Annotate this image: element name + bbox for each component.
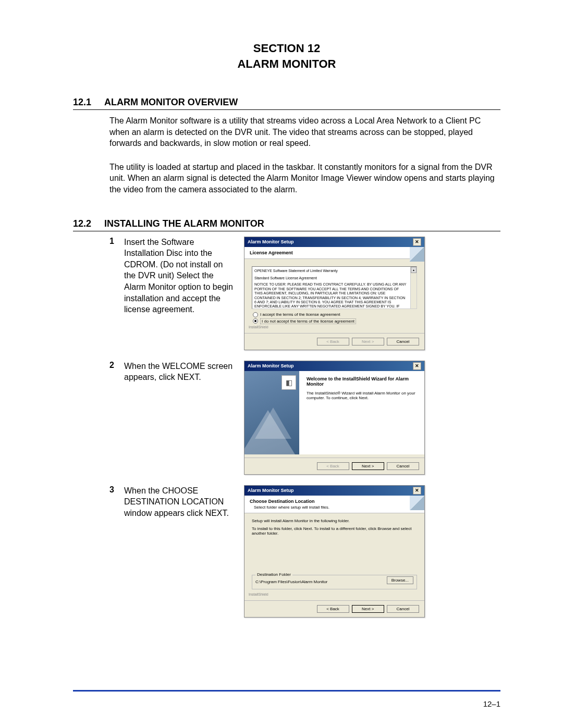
radio-reject-label: I do not accept the terms of the license…: [260, 318, 356, 324]
cancel-button[interactable]: Cancel: [387, 605, 419, 613]
window-title: Alarm Monitor Setup: [248, 488, 294, 493]
cancel-button[interactable]: Cancel: [387, 338, 419, 346]
step-number: 2: [109, 361, 124, 370]
close-icon[interactable]: ✕: [413, 487, 421, 495]
welcome-side-graphic: ◧: [244, 371, 299, 454]
back-button[interactable]: < Back: [317, 338, 349, 346]
radio-accept-label: I accept the terms of the license agreem…: [260, 312, 340, 317]
back-button[interactable]: < Back: [317, 462, 349, 470]
step-number: 1: [109, 237, 124, 246]
page-number: 12–1: [483, 699, 500, 708]
heading-number: 12.1: [73, 97, 104, 108]
heading-text: ALARM MONITOR OVERVIEW: [104, 97, 238, 108]
browse-button[interactable]: Browse...: [387, 576, 413, 584]
close-icon[interactable]: ✕: [413, 238, 421, 246]
panel-header: License Agreement: [244, 247, 424, 259]
step-text: Insert the Software Installation Disc in…: [124, 237, 234, 315]
panel-title: Choose Destination Location: [250, 499, 329, 504]
radio-reject[interactable]: I do not accept the terms of the license…: [253, 318, 416, 324]
titlebar: Alarm Monitor Setup ✕: [244, 486, 424, 496]
step-text: When the CHOOSE DESTINATION LOCATION win…: [124, 485, 234, 519]
radio-icon: [253, 312, 258, 317]
footer-rule: [73, 690, 500, 692]
install-steps: 1 Insert the Software Installation Disc …: [109, 237, 500, 618]
welcome-body: ◧ Welcome to the InstallShield Wizard fo…: [244, 371, 424, 454]
installshield-brand: InstallShield: [244, 325, 424, 330]
panel-subtitle: Select folder where setup will install f…: [254, 505, 329, 510]
page-curl-icon: [410, 247, 424, 262]
document-page: SECTION 12 ALARM MONITOR 12.1 ALARM MONI…: [0, 0, 563, 728]
cancel-button[interactable]: Cancel: [387, 462, 419, 470]
button-bar: < Back Next > Cancel: [244, 600, 424, 617]
license-body: NOTICE TO USER: PLEASE READ THIS CONTRAC…: [254, 282, 407, 309]
license-sub: Standard Software License Agreement: [254, 276, 407, 280]
scrollbar[interactable]: ▴: [410, 267, 417, 309]
radio-icon: [253, 318, 258, 324]
destination-body: Setup will install Alarm Monitor in the …: [244, 513, 424, 573]
welcome-text: The InstallShield® Wizard will install A…: [307, 391, 417, 400]
back-button[interactable]: < Back: [317, 605, 349, 613]
license-text-box: OPENEYE Software Statement of Limited Wa…: [252, 266, 417, 309]
heading-12-2: 12.2 INSTALLING THE ALARM MONITOR: [73, 218, 500, 231]
heading-12-1: 12.1 ALARM MONITOR OVERVIEW: [73, 97, 500, 110]
close-icon[interactable]: ✕: [413, 362, 421, 370]
overview-paragraph-2: The utility is loaded at startup and pla…: [109, 162, 500, 195]
welcome-main: Welcome to the InstallShield Wizard for …: [299, 371, 424, 454]
heading-text: INSTALLING THE ALARM MONITOR: [104, 218, 264, 229]
section-line2: ALARM MONITOR: [73, 57, 500, 71]
radio-accept[interactable]: I accept the terms of the license agreem…: [253, 312, 416, 317]
step-row-1: 1 Insert the Software Installation Disc …: [109, 237, 500, 350]
titlebar: Alarm Monitor Setup ✕: [244, 361, 424, 371]
step-row-2: 2 When the WELCOME screen appears, click…: [109, 361, 500, 475]
panel-title: License Agreement: [250, 250, 293, 255]
button-bar: < Back Next > Cancel: [244, 333, 424, 350]
step-text: When the WELCOME screen appears, click N…: [124, 361, 234, 383]
dest-line-1: Setup will install Alarm Monitor in the …: [252, 519, 417, 523]
window-title: Alarm Monitor Setup: [248, 239, 294, 244]
installshield-brand: InstallShield: [244, 593, 424, 597]
overview-paragraph-1: The Alarm Monitor software is a utility …: [109, 115, 500, 149]
panel-header: Choose Destination Location Select folde…: [244, 496, 424, 513]
dest-line-2: To install to this folder, click Next. T…: [252, 526, 417, 536]
section-line1: SECTION 12: [73, 42, 500, 55]
welcome-window: Alarm Monitor Setup ✕ ◧ Welcome to the I…: [244, 361, 425, 475]
heading-number: 12.2: [73, 218, 104, 229]
step-number: 3: [109, 485, 124, 495]
button-bar: < Back Next > Cancel: [244, 458, 424, 474]
step-row-3: 3 When the CHOOSE DESTINATION LOCATION w…: [109, 485, 500, 618]
window-title: Alarm Monitor Setup: [248, 363, 294, 368]
welcome-title: Welcome to the InstallShield Wizard for …: [307, 376, 417, 387]
page-curl-icon: [410, 496, 424, 510]
next-button[interactable]: Next >: [352, 338, 384, 346]
scroll-up-icon[interactable]: ▴: [411, 267, 417, 273]
license-top: OPENEYE Software Statement of Limited Wa…: [254, 269, 407, 273]
destination-folder-box: Destination Folder Browse... C:\Program …: [252, 575, 417, 589]
license-agreement-window: Alarm Monitor Setup ✕ License Agreement …: [244, 237, 425, 350]
destination-window: Alarm Monitor Setup ✕ Choose Destination…: [244, 485, 425, 618]
installer-box-icon: ◧: [282, 375, 296, 390]
titlebar: Alarm Monitor Setup ✕: [244, 237, 424, 247]
next-button[interactable]: Next >: [352, 605, 384, 613]
next-button[interactable]: Next >: [352, 462, 384, 470]
destination-folder-label: Destination Folder: [255, 572, 292, 577]
